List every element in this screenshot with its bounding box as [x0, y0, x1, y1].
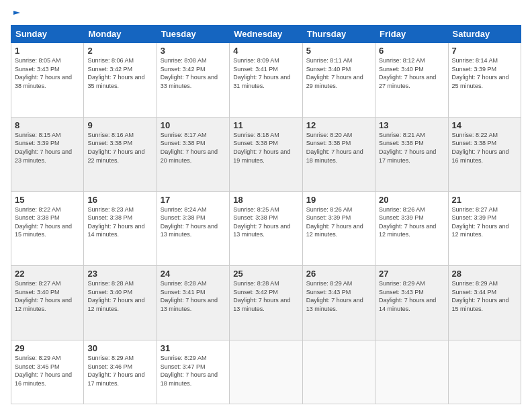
calendar-cell: 23Sunrise: 8:28 AMSunset: 3:40 PMDayligh… — [84, 266, 157, 340]
day-number: 4 — [233, 46, 298, 56]
day-info: Sunrise: 8:05 AMSunset: 3:43 PMDaylight:… — [15, 56, 80, 90]
calendar-cell: 2Sunrise: 8:06 AMSunset: 3:42 PMDaylight… — [84, 43, 157, 118]
day-number: 12 — [306, 120, 371, 130]
calendar-cell — [375, 340, 448, 404]
calendar-cell: 22Sunrise: 8:27 AMSunset: 3:40 PMDayligh… — [11, 266, 84, 340]
day-number: 23 — [87, 269, 152, 279]
day-number: 9 — [87, 120, 152, 130]
calendar-cell: 27Sunrise: 8:29 AMSunset: 3:43 PMDayligh… — [375, 266, 448, 340]
col-header-thursday: Thursday — [302, 26, 375, 43]
day-number: 29 — [15, 343, 80, 353]
calendar-cell: 1Sunrise: 8:05 AMSunset: 3:43 PMDaylight… — [11, 43, 84, 118]
day-info: Sunrise: 8:29 AMSunset: 3:43 PMDaylight:… — [379, 279, 444, 313]
calendar-cell: 30Sunrise: 8:29 AMSunset: 3:46 PMDayligh… — [84, 340, 157, 404]
col-header-wednesday: Wednesday — [230, 26, 302, 43]
calendar-cell: 20Sunrise: 8:26 AMSunset: 3:39 PMDayligh… — [375, 191, 448, 266]
logo-flag-icon — [12, 9, 21, 19]
calendar-cell: 7Sunrise: 8:14 AMSunset: 3:39 PMDaylight… — [448, 43, 521, 118]
svg-marker-0 — [13, 11, 20, 15]
day-number: 24 — [161, 269, 226, 279]
day-number: 1 — [15, 46, 80, 56]
calendar-cell — [302, 340, 375, 404]
day-info: Sunrise: 8:21 AMSunset: 3:38 PMDaylight:… — [379, 131, 444, 165]
day-info: Sunrise: 8:12 AMSunset: 3:40 PMDaylight:… — [379, 56, 444, 90]
calendar-header-row: SundayMondayTuesdayWednesdayThursdayFrid… — [11, 26, 521, 43]
day-info: Sunrise: 8:18 AMSunset: 3:38 PMDaylight:… — [233, 131, 298, 165]
calendar-cell: 21Sunrise: 8:27 AMSunset: 3:39 PMDayligh… — [448, 191, 521, 266]
col-header-monday: Monday — [84, 26, 157, 43]
calendar-week-row: 8Sunrise: 8:15 AMSunset: 3:39 PMDaylight… — [11, 117, 521, 191]
day-info: Sunrise: 8:23 AMSunset: 3:38 PMDaylight:… — [87, 205, 152, 239]
calendar-week-row: 15Sunrise: 8:22 AMSunset: 3:38 PMDayligh… — [11, 191, 521, 266]
day-info: Sunrise: 8:26 AMSunset: 3:39 PMDaylight:… — [306, 205, 371, 239]
calendar-cell: 14Sunrise: 8:22 AMSunset: 3:38 PMDayligh… — [448, 117, 521, 191]
day-number: 20 — [379, 195, 444, 205]
day-number: 18 — [233, 195, 298, 205]
day-info: Sunrise: 8:28 AMSunset: 3:40 PMDaylight:… — [87, 279, 152, 313]
calendar-cell: 16Sunrise: 8:23 AMSunset: 3:38 PMDayligh… — [84, 191, 157, 266]
calendar-cell: 4Sunrise: 8:09 AMSunset: 3:41 PMDaylight… — [230, 43, 302, 118]
day-number: 10 — [161, 120, 226, 130]
day-info: Sunrise: 8:08 AMSunset: 3:42 PMDaylight:… — [161, 56, 226, 90]
day-number: 25 — [233, 269, 298, 279]
header — [11, 7, 521, 21]
calendar-cell: 8Sunrise: 8:15 AMSunset: 3:39 PMDaylight… — [11, 117, 84, 191]
day-info: Sunrise: 8:17 AMSunset: 3:38 PMDaylight:… — [161, 131, 226, 165]
day-number: 6 — [379, 46, 444, 56]
calendar-cell: 6Sunrise: 8:12 AMSunset: 3:40 PMDaylight… — [375, 43, 448, 118]
calendar-cell: 28Sunrise: 8:29 AMSunset: 3:44 PMDayligh… — [448, 266, 521, 340]
day-info: Sunrise: 8:28 AMSunset: 3:42 PMDaylight:… — [233, 279, 298, 313]
day-info: Sunrise: 8:16 AMSunset: 3:38 PMDaylight:… — [87, 131, 152, 165]
day-info: Sunrise: 8:27 AMSunset: 3:39 PMDaylight:… — [452, 205, 517, 239]
day-number: 17 — [161, 195, 226, 205]
col-header-friday: Friday — [375, 26, 448, 43]
calendar-cell: 26Sunrise: 8:29 AMSunset: 3:43 PMDayligh… — [302, 266, 375, 340]
logo — [11, 7, 21, 21]
page: SundayMondayTuesdayWednesdayThursdayFrid… — [0, 0, 532, 411]
calendar-cell: 29Sunrise: 8:29 AMSunset: 3:45 PMDayligh… — [11, 340, 84, 404]
day-number: 11 — [233, 120, 298, 130]
calendar-cell: 11Sunrise: 8:18 AMSunset: 3:38 PMDayligh… — [230, 117, 302, 191]
calendar-cell: 15Sunrise: 8:22 AMSunset: 3:38 PMDayligh… — [11, 191, 84, 266]
col-header-saturday: Saturday — [448, 26, 521, 43]
day-number: 3 — [161, 46, 226, 56]
day-info: Sunrise: 8:29 AMSunset: 3:43 PMDaylight:… — [306, 279, 371, 313]
day-info: Sunrise: 8:11 AMSunset: 3:40 PMDaylight:… — [306, 56, 371, 90]
calendar-cell: 17Sunrise: 8:24 AMSunset: 3:38 PMDayligh… — [157, 191, 229, 266]
calendar-table: SundayMondayTuesdayWednesdayThursdayFrid… — [11, 25, 521, 404]
col-header-sunday: Sunday — [11, 26, 84, 43]
calendar-cell: 19Sunrise: 8:26 AMSunset: 3:39 PMDayligh… — [302, 191, 375, 266]
calendar-cell: 18Sunrise: 8:25 AMSunset: 3:38 PMDayligh… — [230, 191, 302, 266]
day-number: 2 — [87, 46, 152, 56]
calendar-cell: 3Sunrise: 8:08 AMSunset: 3:42 PMDaylight… — [157, 43, 229, 118]
calendar-cell: 10Sunrise: 8:17 AMSunset: 3:38 PMDayligh… — [157, 117, 229, 191]
day-info: Sunrise: 8:22 AMSunset: 3:38 PMDaylight:… — [15, 205, 80, 239]
calendar-cell: 24Sunrise: 8:28 AMSunset: 3:41 PMDayligh… — [157, 266, 229, 340]
day-number: 21 — [452, 195, 517, 205]
day-number: 28 — [452, 269, 517, 279]
day-number: 22 — [15, 269, 80, 279]
day-info: Sunrise: 8:25 AMSunset: 3:38 PMDaylight:… — [233, 205, 298, 239]
day-info: Sunrise: 8:27 AMSunset: 3:40 PMDaylight:… — [15, 279, 80, 313]
day-number: 15 — [15, 195, 80, 205]
day-info: Sunrise: 8:22 AMSunset: 3:38 PMDaylight:… — [452, 131, 517, 165]
day-info: Sunrise: 8:29 AMSunset: 3:47 PMDaylight:… — [161, 354, 226, 387]
calendar-cell — [230, 340, 302, 404]
day-number: 8 — [15, 120, 80, 130]
day-info: Sunrise: 8:29 AMSunset: 3:45 PMDaylight:… — [15, 354, 80, 387]
calendar-cell: 25Sunrise: 8:28 AMSunset: 3:42 PMDayligh… — [230, 266, 302, 340]
calendar-cell: 9Sunrise: 8:16 AMSunset: 3:38 PMDaylight… — [84, 117, 157, 191]
day-number: 16 — [87, 195, 152, 205]
calendar-week-row: 22Sunrise: 8:27 AMSunset: 3:40 PMDayligh… — [11, 266, 521, 340]
calendar-cell: 5Sunrise: 8:11 AMSunset: 3:40 PMDaylight… — [302, 43, 375, 118]
day-info: Sunrise: 8:06 AMSunset: 3:42 PMDaylight:… — [87, 56, 152, 90]
day-info: Sunrise: 8:29 AMSunset: 3:46 PMDaylight:… — [87, 354, 152, 387]
calendar-cell: 12Sunrise: 8:20 AMSunset: 3:38 PMDayligh… — [302, 117, 375, 191]
day-info: Sunrise: 8:28 AMSunset: 3:41 PMDaylight:… — [161, 279, 226, 313]
day-number: 13 — [379, 120, 444, 130]
day-number: 26 — [306, 269, 371, 279]
day-info: Sunrise: 8:20 AMSunset: 3:38 PMDaylight:… — [306, 131, 371, 165]
day-number: 27 — [379, 269, 444, 279]
day-number: 31 — [161, 343, 226, 353]
calendar-week-row: 1Sunrise: 8:05 AMSunset: 3:43 PMDaylight… — [11, 43, 521, 118]
